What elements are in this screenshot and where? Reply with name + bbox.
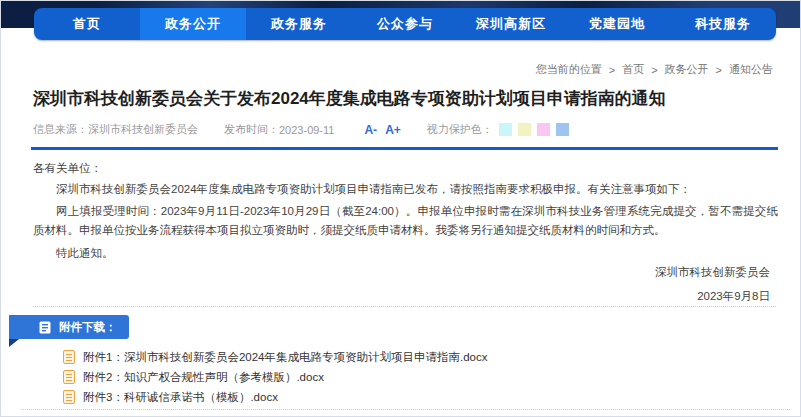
eye-color-pink-swatch[interactable] xyxy=(537,123,550,136)
attachments-list: 附件1：深圳市科技创新委员会2024年集成电路专项资助计划项目申请指南.docx… xyxy=(63,347,487,407)
attachment-item-1[interactable]: 附件1：深圳市科技创新委员会2024年集成电路专项资助计划项目申请指南.docx xyxy=(63,347,487,367)
breadcrumb: 您当前的位置 > 首页 > 政务公开 > 通知公告 xyxy=(536,62,773,77)
attachment-item-3[interactable]: 附件3：科研诚信承诺书（模板）.docx xyxy=(63,387,487,407)
notice-salutation: 各有关单位： xyxy=(33,159,102,178)
eye-color-blue-swatch[interactable] xyxy=(556,123,569,136)
attachment-header-doc-icon xyxy=(39,321,51,334)
attachments-top-divider xyxy=(33,306,776,307)
eye-protect-swatches xyxy=(499,123,569,136)
eye-protect-label: 视力保护色： xyxy=(427,122,493,137)
nav-tab-shenzhen-hightech[interactable]: 深圳高新区 xyxy=(458,8,564,40)
page-bottom-divider xyxy=(21,409,790,410)
notice-paragraph-1: 深圳市科技创新委员会2024年度集成电路专项资助计划项目申请指南已发布，请按照指… xyxy=(33,180,778,199)
nav-tab-gov-services[interactable]: 政务服务 xyxy=(246,8,352,40)
breadcrumb-separator: > xyxy=(716,64,722,76)
notice-date: 2023年9月8日 xyxy=(697,287,770,306)
main-navigation: 首页 政务公开 政务服务 公众参与 深圳高新区 党建园地 科技服务 xyxy=(34,8,776,40)
nav-tab-home[interactable]: 首页 xyxy=(34,8,140,40)
info-source-value: 深圳市科技创新委员会 xyxy=(88,122,198,137)
font-decrease-button[interactable]: A- xyxy=(364,123,377,137)
nav-tab-party-building[interactable]: 党建园地 xyxy=(564,8,670,40)
breadcrumb-separator: > xyxy=(609,64,615,76)
notice-paragraph-2: 网上填报受理时间：2023年9月11日-2023年10月29日（截至24:00）… xyxy=(33,202,778,240)
attachment-link-2[interactable]: 附件2：知识产权合规性声明（参考模版）.docx xyxy=(83,370,324,385)
breadcrumb-link-notices[interactable]: 通知公告 xyxy=(729,62,773,77)
attachments-header-fold xyxy=(9,339,19,347)
attachment-item-2[interactable]: 附件2：知识产权合规性声明（参考模版）.docx xyxy=(63,367,487,387)
attachments-header[interactable]: 附件下载： xyxy=(9,315,129,339)
docx-file-icon xyxy=(63,350,75,364)
attachment-link-1[interactable]: 附件1：深圳市科技创新委员会2024年集成电路专项资助计划项目申请指南.docx xyxy=(83,350,487,365)
nav-tab-public-participation[interactable]: 公众参与 xyxy=(352,8,458,40)
article-meta-bar: 信息来源： 深圳市科技创新委员会 发布时间： 2023-09-11 A- A+ … xyxy=(33,122,778,137)
notice-signature: 深圳市科技创新委员会 xyxy=(655,263,770,282)
nav-tab-tech-services[interactable]: 科技服务 xyxy=(670,8,776,40)
breadcrumb-separator: > xyxy=(651,64,657,76)
breadcrumb-link-gov-info[interactable]: 政务公开 xyxy=(665,62,709,77)
info-source-label: 信息来源： xyxy=(33,122,88,137)
eye-color-cyan-swatch[interactable] xyxy=(499,123,512,136)
font-increase-button[interactable]: A+ xyxy=(385,123,401,137)
breadcrumb-link-home[interactable]: 首页 xyxy=(622,62,644,77)
breadcrumb-prefix: 您当前的位置 xyxy=(536,62,602,77)
publish-time-value: 2023-09-11 xyxy=(279,124,334,136)
publish-time-label: 发布时间： xyxy=(224,122,279,137)
eye-color-yellow-swatch[interactable] xyxy=(518,123,531,136)
nav-tab-gov-info[interactable]: 政务公开 xyxy=(140,8,246,40)
docx-file-icon xyxy=(63,390,75,404)
page-title: 深圳市科技创新委员会关于发布2024年度集成电路专项资助计划项目申请指南的通知 xyxy=(33,88,773,110)
docx-file-icon xyxy=(63,370,75,384)
attachment-link-3[interactable]: 附件3：科研诚信承诺书（模板）.docx xyxy=(83,390,278,405)
title-divider-rule xyxy=(31,147,778,150)
attachments-header-label: 附件下载： xyxy=(59,320,117,335)
notice-paragraph-3: 特此通知。 xyxy=(33,244,114,263)
